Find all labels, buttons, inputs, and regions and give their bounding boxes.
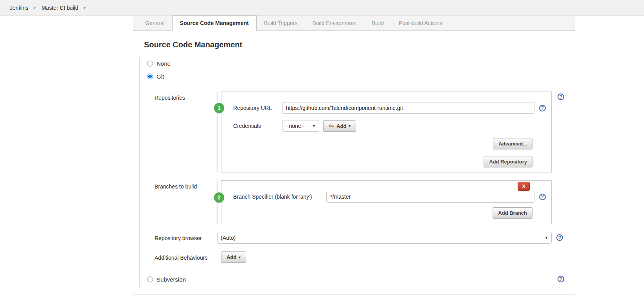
credentials-selected-value: - none -	[286, 123, 304, 129]
scm-option-subversion: Subversion ?	[140, 273, 575, 286]
breadcrumb-item-job[interactable]: Master CI build	[41, 5, 78, 11]
repository-chunk: 1 Repository URL ? Credentials - none - …	[216, 92, 552, 172]
help-icon[interactable]: ?	[539, 194, 546, 200]
add-behaviour-button[interactable]: Add ▾	[221, 251, 246, 263]
repository-url-input[interactable]	[282, 102, 534, 114]
add-repository-button[interactable]: Add Repository	[484, 156, 532, 167]
branch-specifier-input[interactable]	[326, 191, 534, 203]
key-icon	[329, 123, 334, 129]
tab-source-code-management[interactable]: Source Code Management	[172, 15, 257, 31]
chevron-down-icon: ▼	[545, 236, 548, 240]
repositories-label: Repositories	[155, 92, 216, 172]
repository-browser-label: Repository browser	[155, 232, 216, 244]
delete-branch-button[interactable]: X	[518, 182, 530, 191]
scm-git-label: Git	[157, 73, 164, 80]
repository-browser-select[interactable]: (Auto) ▼	[217, 232, 552, 244]
config-tabs: General Source Code Management Build Tri…	[133, 16, 575, 31]
tab-build-triggers[interactable]: Build Triggers	[257, 16, 305, 31]
help-icon[interactable]: ?	[539, 105, 546, 111]
scm-form: None Git Repositories 1 Repository URL	[139, 57, 575, 287]
help-icon[interactable]: ?	[558, 276, 564, 282]
add-behaviour-label: Add	[227, 254, 236, 260]
credentials-select[interactable]: - none - ▼	[282, 120, 319, 132]
repository-section: 1 Repository URL ? Credentials - none - …	[221, 92, 552, 172]
repository-url-label: Repository URL	[233, 105, 282, 111]
chevron-down-icon: ▾	[349, 124, 351, 128]
scm-none-label: None	[157, 60, 171, 67]
breadcrumb-item-jenkins[interactable]: Jenkins	[10, 5, 28, 11]
additional-behaviours-row: Additional Behaviours Add ▾	[155, 251, 575, 263]
repository-browser-selected-value: (Auto)	[221, 235, 236, 241]
config-panel: General Source Code Management Build Tri…	[133, 16, 575, 295]
additional-behaviours-label: Additional Behaviours	[155, 251, 216, 263]
scm-option-none: None	[140, 57, 575, 70]
breadcrumb-separator-icon: ▸	[34, 5, 36, 10]
branches-row: Branches to build X 2 Branch Specifier (…	[155, 180, 575, 224]
help-icon[interactable]: ?	[558, 93, 564, 100]
scm-git-radio[interactable]	[147, 74, 153, 79]
advanced-row: Advanced...	[221, 138, 551, 149]
scm-subversion-radio[interactable]	[147, 276, 153, 282]
branch-chunk: X 2 Branch Specifier (blank for 'any') ?…	[216, 180, 552, 224]
add-branch-button[interactable]: Add Branch	[493, 207, 532, 219]
tab-general[interactable]: General	[138, 16, 172, 31]
branch-section: X 2 Branch Specifier (blank for 'any') ?…	[221, 180, 552, 224]
breadcrumb: Jenkins ▸ Master CI build ▸	[0, 0, 644, 16]
add-credentials-button[interactable]: Add ▾	[323, 120, 356, 132]
repository-browser-row: Repository browser (Auto) ▼ ?	[155, 232, 575, 244]
branch-specifier-label: Branch Specifier (blank for 'any')	[233, 194, 326, 200]
page-title: Source Code Management	[144, 40, 575, 49]
tab-build[interactable]: Build	[364, 16, 391, 31]
section-divider	[133, 294, 575, 295]
add-repository-row: Add Repository	[221, 156, 551, 167]
scm-none-radio[interactable]	[147, 61, 153, 66]
repository-url-row: Repository URL ?	[221, 102, 551, 114]
help-icon[interactable]: ?	[556, 234, 563, 241]
branches-label: Branches to build	[155, 180, 216, 224]
add-branch-row: Add Branch	[221, 207, 551, 219]
branch-specifier-row: Branch Specifier (blank for 'any') ?	[221, 191, 551, 203]
git-config-block: Repositories 1 Repository URL ? Credenti…	[140, 83, 575, 273]
tab-build-environment[interactable]: Build Environment	[305, 16, 364, 31]
chevron-down-icon: ▼	[312, 124, 316, 128]
chevron-down-icon: ▾	[239, 255, 241, 259]
repositories-row: Repositories 1 Repository URL ? Credenti…	[155, 92, 575, 172]
step-badge-2: 2	[214, 192, 224, 203]
step-badge-1: 1	[214, 103, 224, 113]
credentials-row: Credentials - none - ▼ Add	[221, 120, 551, 132]
add-credentials-label: Add	[336, 123, 346, 129]
scm-option-git: Git	[140, 70, 575, 83]
credentials-label: Credentials	[233, 123, 282, 129]
breadcrumb-separator-icon[interactable]: ▸	[84, 5, 86, 10]
tab-post-build-actions[interactable]: Post-build Actions	[391, 16, 450, 31]
scm-subversion-label: Subversion	[157, 276, 186, 283]
advanced-button[interactable]: Advanced...	[493, 138, 532, 149]
